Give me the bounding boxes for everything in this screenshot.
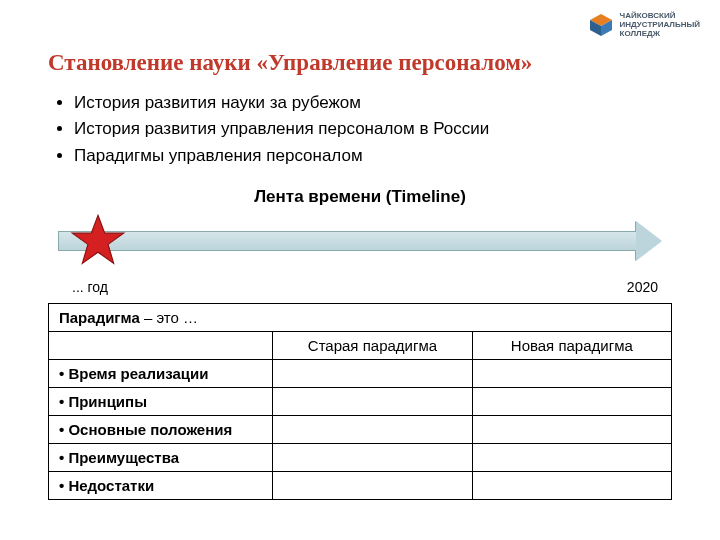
timeline: [58, 215, 662, 275]
col-new-header: Новая парадигма: [472, 332, 671, 360]
svg-marker-3: [72, 215, 124, 263]
row-label: Принципы: [49, 388, 273, 416]
empty-header-cell: [49, 332, 273, 360]
timeline-heading: Лента времени (Timeline): [48, 187, 672, 207]
logo-line3: КОЛЛЕДЖ: [620, 30, 700, 39]
definition-cell: Парадигма – это …: [49, 304, 672, 332]
timeline-start-label: ... год: [72, 279, 108, 295]
table-row: Преимущества: [49, 444, 672, 472]
row-label: Время реализации: [49, 360, 273, 388]
topics-list: История развития науки за рубежом Истори…: [48, 90, 672, 169]
cell-new: [472, 444, 671, 472]
paradigm-table: Парадигма – это … Старая парадигма Новая…: [48, 303, 672, 500]
row-label: Преимущества: [49, 444, 273, 472]
timeline-arrow-body: [58, 231, 638, 251]
topic-item: История развития управления персоналом в…: [74, 116, 672, 142]
table-row: Недостатки: [49, 472, 672, 500]
definition-rest: – это …: [140, 309, 198, 326]
topic-item: Парадигмы управления персоналом: [74, 143, 672, 169]
row-label: Недостатки: [49, 472, 273, 500]
page-title: Становление науки «Управление персоналом…: [48, 50, 672, 76]
col-old-header: Старая парадигма: [273, 332, 472, 360]
table-row: Основные положения: [49, 416, 672, 444]
cell-new: [472, 416, 671, 444]
logo-cube-icon: [588, 12, 614, 38]
timeline-labels: ... год 2020: [72, 279, 658, 295]
cell-old: [273, 416, 472, 444]
timeline-arrow-head-icon: [636, 221, 662, 261]
cell-old: [273, 472, 472, 500]
star-icon: [70, 213, 126, 269]
cell-new: [472, 472, 671, 500]
row-label: Основные положения: [49, 416, 273, 444]
topic-item: История развития науки за рубежом: [74, 90, 672, 116]
cell-old: [273, 388, 472, 416]
cell-new: [472, 388, 671, 416]
definition-term: Парадигма: [59, 309, 140, 326]
college-logo: ЧАЙКОВСКИЙ ИНДУСТРИАЛЬНЫЙ КОЛЛЕДЖ: [588, 12, 700, 38]
table-row: Время реализации: [49, 360, 672, 388]
cell-new: [472, 360, 671, 388]
cell-old: [273, 444, 472, 472]
cell-old: [273, 360, 472, 388]
table-row: Принципы: [49, 388, 672, 416]
logo-text: ЧАЙКОВСКИЙ ИНДУСТРИАЛЬНЫЙ КОЛЛЕДЖ: [620, 12, 700, 38]
timeline-end-label: 2020: [627, 279, 658, 295]
